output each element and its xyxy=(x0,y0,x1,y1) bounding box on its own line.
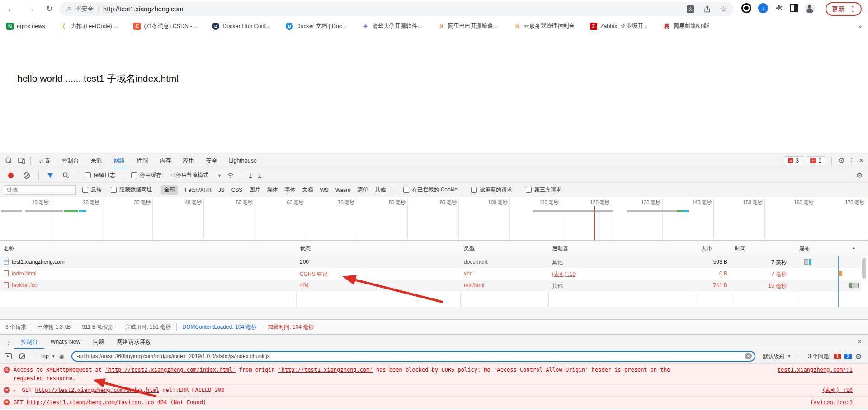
checkbox-icon[interactable] xyxy=(526,187,532,193)
devtools-tab[interactable]: 内存 xyxy=(154,153,177,168)
sidebar-extension-icon[interactable] xyxy=(790,4,798,12)
table-row[interactable]: test1.xiangzheng.com 200 document 其他 593… xyxy=(0,256,861,268)
bookmark-item[interactable]: (-) 云服务器管理控制台 xyxy=(513,23,575,30)
drawer-menu-icon[interactable]: ⋮ xyxy=(2,336,14,348)
message-url-link[interactable]: http://test2.xiangzheng.com/index.html xyxy=(35,387,160,393)
translate-icon[interactable]: 文 xyxy=(687,5,694,13)
bookmark-item[interactable]: ✦ 清华大学开源软件... xyxy=(362,23,422,30)
extension-swirl-icon[interactable] xyxy=(741,3,751,13)
bookmark-item[interactable]: C (71条消息) CSDN -... xyxy=(133,23,197,30)
request-extra-filter-checkbox[interactable]: 有已拦截的 Cookie xyxy=(403,186,458,194)
extensions-puzzle-icon[interactable] xyxy=(775,4,783,12)
request-type-filter[interactable]: CSS xyxy=(231,187,243,193)
hide-data-urls-checkbox[interactable]: 隐藏数据网址 xyxy=(111,186,152,194)
message-url-link[interactable]: http://test1.xiangzheng.com/favicon.ico xyxy=(27,399,154,405)
expand-triangle-icon[interactable]: ▶ xyxy=(14,388,16,393)
console-sidebar-icon[interactable]: ▶ xyxy=(5,353,12,359)
bookmark-item[interactable]: Z Zabbix: 企业级开... xyxy=(590,23,648,30)
table-scrollbar-thumb[interactable] xyxy=(862,258,866,279)
request-type-filter[interactable]: 清单 xyxy=(357,186,368,194)
clear-console-icon[interactable] xyxy=(19,353,25,359)
checkbox-icon[interactable] xyxy=(403,187,409,193)
network-conditions-icon[interactable] xyxy=(224,170,237,182)
error-count-badge[interactable]: × 3 xyxy=(784,156,802,165)
issues-error-badge[interactable]: 1 xyxy=(834,354,841,359)
drawer-close-icon[interactable]: × xyxy=(857,337,868,346)
checkbox-icon[interactable] xyxy=(82,187,88,193)
devtools-tab[interactable]: 控制台 xyxy=(56,153,85,168)
bookmark-item[interactable]: ⟨ 力扣 (LeetCode) ... xyxy=(61,23,118,30)
devtools-menu-icon[interactable]: ⋮ xyxy=(849,157,855,164)
bookmark-item[interactable]: N nginx news xyxy=(6,23,45,30)
bookmark-item[interactable]: D Docker 文档 | Doc... xyxy=(286,23,346,30)
column-header-name[interactable]: 名称 xyxy=(4,245,14,252)
request-type-filter[interactable]: 其他 xyxy=(375,186,386,194)
back-icon[interactable]: ← xyxy=(5,2,18,15)
clear-network-icon[interactable] xyxy=(24,172,30,179)
issues-info-badge[interactable]: 2 xyxy=(844,354,852,359)
message-url-link[interactable]: 'http://test1.xiangzheng.com' xyxy=(278,367,373,373)
column-header-status[interactable]: 状态 xyxy=(300,245,311,252)
drawer-tab[interactable]: 网络请求屏蔽 xyxy=(111,335,157,349)
sort-ascending-icon[interactable]: ▲ xyxy=(852,246,856,250)
request-type-filter[interactable]: WS xyxy=(320,187,328,193)
checkbox-icon[interactable] xyxy=(85,172,91,178)
table-row[interactable]: favicon.ico 404 text/html 其他 741 B 15 毫秒 xyxy=(0,280,861,291)
download-extension-icon[interactable]: ↓ xyxy=(758,3,768,13)
column-header-size[interactable]: 大小 xyxy=(701,245,712,252)
device-toolbar-icon[interactable] xyxy=(15,155,28,167)
devtools-tab[interactable]: 来源 xyxy=(85,153,108,168)
column-header-type[interactable]: 类型 xyxy=(464,245,475,252)
devtools-tab[interactable]: 性能 xyxy=(131,153,154,168)
chrome-update-button[interactable]: 更新 ⋮ xyxy=(826,2,862,16)
request-type-filter[interactable]: 字体 xyxy=(284,186,295,194)
invert-checkbox[interactable]: 反转 xyxy=(82,186,102,194)
request-initiator-link[interactable]: (索引) :10 xyxy=(552,270,576,278)
message-source-link[interactable]: test1.xiangzheng.com/:1 xyxy=(778,366,853,374)
search-icon[interactable] xyxy=(59,170,72,182)
devtools-close-icon[interactable]: × xyxy=(859,156,863,165)
devtools-tab[interactable]: 网络 xyxy=(108,153,131,168)
reload-icon[interactable]: ↻ xyxy=(42,2,56,15)
request-name[interactable]: index.html xyxy=(12,270,37,277)
request-type-filter[interactable]: 媒体 xyxy=(267,186,278,194)
security-label[interactable]: 不安全 xyxy=(75,5,94,13)
request-extra-filter-checkbox[interactable]: 被屏蔽的请求 xyxy=(471,186,512,194)
drawer-tab[interactable]: 控制台 xyxy=(14,335,44,349)
request-type-filter[interactable]: 全部 xyxy=(161,185,178,195)
bookmark-item[interactable]: (-) 阿里巴巴开源镜像... xyxy=(438,23,498,30)
console-filter-input[interactable] xyxy=(71,351,755,362)
request-type-filter[interactable]: Wasm xyxy=(335,187,351,193)
column-header-time[interactable]: 时间 xyxy=(735,245,745,252)
drawer-tab[interactable]: What's New xyxy=(44,335,87,349)
issues-label[interactable]: 3 个问题: xyxy=(808,353,830,360)
checkbox-icon[interactable] xyxy=(131,172,137,178)
preserve-log-checkbox[interactable]: 保留日志 xyxy=(85,172,115,179)
console-error-cors[interactable]: ✕ Access to XMLHttpRequest at 'http://te… xyxy=(0,364,868,384)
column-header-waterfall[interactable]: 瀑布 xyxy=(799,245,810,252)
drawer-tab[interactable]: 问题 xyxy=(87,335,111,349)
filter-funnel-icon[interactable] xyxy=(44,170,57,182)
inspect-element-icon[interactable] xyxy=(3,155,15,167)
bookmark-star-icon[interactable]: ☆ xyxy=(720,5,727,14)
message-source-link[interactable]: (索引) :10 xyxy=(822,386,853,395)
profile-avatar[interactable] xyxy=(805,3,815,13)
browser-menu-icon[interactable]: ⋮ xyxy=(849,5,856,13)
warning-count-badge[interactable]: × 1 xyxy=(807,156,825,165)
network-settings-icon[interactable]: ⚙ xyxy=(856,171,868,180)
checkbox-icon[interactable] xyxy=(111,187,117,193)
checkbox-icon[interactable] xyxy=(471,187,477,193)
devtools-tab[interactable]: 应用 xyxy=(177,153,200,168)
request-name[interactable]: favicon.ico xyxy=(12,282,38,289)
record-icon[interactable] xyxy=(8,173,14,178)
table-row[interactable]: index.html CORS 错误 xhr (索引) :10 0 B 7 毫秒 xyxy=(0,268,861,280)
devtools-tab[interactable]: Lighthouse xyxy=(223,153,263,168)
log-level-dropdown[interactable]: 默认级别 ▼ xyxy=(763,353,791,360)
column-header-initiator[interactable]: 启动器 xyxy=(552,245,568,252)
console-error-get-failed[interactable]: ✕ ▶ GET http://test2.xiangzheng.com/inde… xyxy=(0,384,868,396)
live-expression-eye-icon[interactable]: ◉ xyxy=(59,353,64,360)
console-prompt[interactable]: > xyxy=(0,408,868,410)
message-source-link[interactable]: favicon.ico:1 xyxy=(810,398,853,407)
export-har-icon[interactable]: ↓ xyxy=(258,172,261,178)
chevron-down-icon[interactable]: ▼ xyxy=(217,173,222,178)
